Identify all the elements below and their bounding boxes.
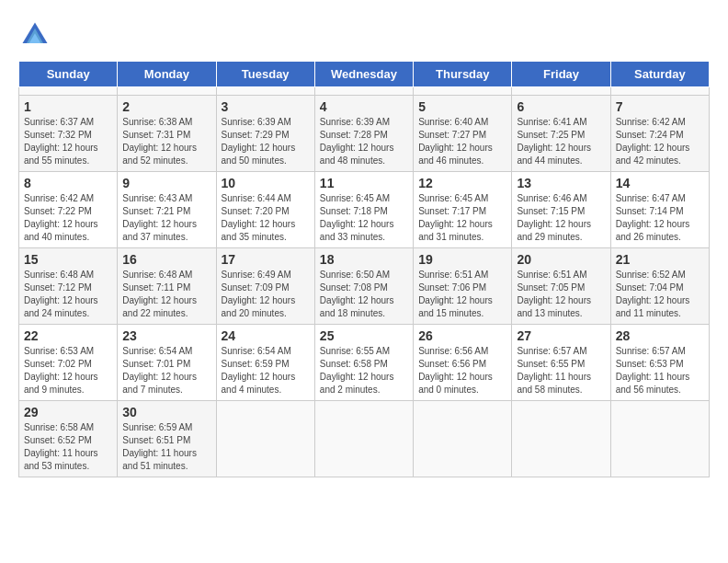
day-number: 9	[122, 176, 210, 190]
day-of-week-header: Thursday	[414, 62, 512, 87]
calendar-cell	[512, 401, 610, 477]
day-info: Sunrise: 6:45 AMSunset: 7:17 PMDaylight:…	[418, 192, 506, 244]
calendar-week-row: 8 Sunrise: 6:42 AMSunset: 7:22 PMDayligh…	[19, 172, 710, 248]
calendar-cell: 23 Sunrise: 6:54 AMSunset: 7:01 PMDaylig…	[118, 325, 216, 401]
day-info: Sunrise: 6:39 AMSunset: 7:29 PMDaylight:…	[222, 116, 310, 167]
calendar-cell: 10 Sunrise: 6:44 AMSunset: 7:20 PMDaylig…	[216, 172, 314, 248]
calendar-cell: 2 Sunrise: 6:38 AMSunset: 7:31 PMDayligh…	[118, 96, 216, 172]
calendar-cell: 14 Sunrise: 6:47 AMSunset: 7:14 PMDaylig…	[610, 172, 709, 248]
calendar-cell: 30 Sunrise: 6:59 AMSunset: 6:51 PMDaylig…	[118, 401, 216, 477]
day-info: Sunrise: 6:46 AMSunset: 7:15 PMDaylight:…	[517, 192, 605, 244]
calendar-cell: 13 Sunrise: 6:46 AMSunset: 7:15 PMDaylig…	[512, 172, 610, 248]
day-number: 7	[616, 99, 704, 114]
day-number: 14	[616, 176, 704, 190]
day-number: 12	[418, 176, 506, 190]
calendar-cell: 19 Sunrise: 6:51 AMSunset: 7:06 PMDaylig…	[414, 248, 512, 325]
day-info: Sunrise: 6:58 AMSunset: 6:52 PMDaylight:…	[24, 421, 112, 473]
calendar-cell	[414, 401, 512, 477]
day-of-week-header: Tuesday	[216, 62, 314, 87]
day-info: Sunrise: 6:54 AMSunset: 7:01 PMDaylight:…	[122, 345, 210, 396]
day-info: Sunrise: 6:45 AMSunset: 7:18 PMDaylight:…	[320, 192, 408, 244]
day-info: Sunrise: 6:56 AMSunset: 6:56 PMDaylight:…	[418, 345, 506, 396]
logo	[18, 18, 55, 52]
calendar-cell: 8 Sunrise: 6:42 AMSunset: 7:22 PMDayligh…	[19, 172, 118, 248]
day-number: 22	[24, 328, 112, 343]
day-number: 4	[320, 99, 408, 114]
day-info: Sunrise: 6:53 AMSunset: 7:02 PMDaylight:…	[24, 345, 112, 396]
day-info: Sunrise: 6:47 AMSunset: 7:14 PMDaylight:…	[616, 192, 704, 244]
calendar-cell	[118, 87, 216, 96]
calendar-cell: 3 Sunrise: 6:39 AMSunset: 7:29 PMDayligh…	[216, 96, 314, 172]
calendar-cell: 21 Sunrise: 6:52 AMSunset: 7:04 PMDaylig…	[610, 248, 709, 325]
calendar-week-row: 15 Sunrise: 6:48 AMSunset: 7:12 PMDaylig…	[19, 248, 710, 325]
calendar-week-row: 29 Sunrise: 6:58 AMSunset: 6:52 PMDaylig…	[19, 401, 710, 477]
calendar-cell	[314, 87, 413, 96]
calendar-cell	[512, 87, 610, 96]
calendar-cell: 17 Sunrise: 6:49 AMSunset: 7:09 PMDaylig…	[216, 248, 314, 325]
calendar-table: SundayMondayTuesdayWednesdayThursdayFrid…	[18, 61, 710, 477]
day-number: 27	[517, 328, 605, 343]
day-number: 10	[222, 176, 310, 190]
calendar-cell: 6 Sunrise: 6:41 AMSunset: 7:25 PMDayligh…	[512, 96, 610, 172]
day-info: Sunrise: 6:42 AMSunset: 7:22 PMDaylight:…	[24, 192, 112, 244]
calendar-week-row	[19, 87, 710, 96]
calendar-cell: 4 Sunrise: 6:39 AMSunset: 7:28 PMDayligh…	[314, 96, 413, 172]
day-info: Sunrise: 6:57 AMSunset: 6:53 PMDaylight:…	[616, 345, 704, 396]
calendar-cell: 11 Sunrise: 6:45 AMSunset: 7:18 PMDaylig…	[314, 172, 413, 248]
day-of-week-header: Friday	[512, 62, 610, 87]
day-info: Sunrise: 6:51 AMSunset: 7:05 PMDaylight:…	[517, 269, 605, 320]
calendar-header-row: SundayMondayTuesdayWednesdayThursdayFrid…	[19, 62, 710, 87]
calendar-cell: 20 Sunrise: 6:51 AMSunset: 7:05 PMDaylig…	[512, 248, 610, 325]
day-info: Sunrise: 6:54 AMSunset: 6:59 PMDaylight:…	[222, 345, 310, 396]
calendar-cell	[314, 401, 413, 477]
day-info: Sunrise: 6:39 AMSunset: 7:28 PMDaylight:…	[320, 116, 408, 167]
calendar-cell: 26 Sunrise: 6:56 AMSunset: 6:56 PMDaylig…	[414, 325, 512, 401]
calendar-cell: 18 Sunrise: 6:50 AMSunset: 7:08 PMDaylig…	[314, 248, 413, 325]
day-info: Sunrise: 6:43 AMSunset: 7:21 PMDaylight:…	[122, 192, 210, 244]
calendar-cell: 24 Sunrise: 6:54 AMSunset: 6:59 PMDaylig…	[216, 325, 314, 401]
calendar-cell: 12 Sunrise: 6:45 AMSunset: 7:17 PMDaylig…	[414, 172, 512, 248]
day-number: 26	[418, 328, 506, 343]
calendar-cell: 29 Sunrise: 6:58 AMSunset: 6:52 PMDaylig…	[19, 401, 118, 477]
day-info: Sunrise: 6:50 AMSunset: 7:08 PMDaylight:…	[320, 269, 408, 320]
day-number: 1	[24, 99, 112, 114]
day-info: Sunrise: 6:44 AMSunset: 7:20 PMDaylight:…	[222, 192, 310, 244]
day-info: Sunrise: 6:48 AMSunset: 7:12 PMDaylight:…	[24, 269, 112, 320]
calendar-week-row: 1 Sunrise: 6:37 AMSunset: 7:32 PMDayligh…	[19, 96, 710, 172]
day-info: Sunrise: 6:42 AMSunset: 7:24 PMDaylight:…	[616, 116, 704, 167]
calendar-cell: 5 Sunrise: 6:40 AMSunset: 7:27 PMDayligh…	[414, 96, 512, 172]
day-number: 21	[616, 252, 704, 267]
day-number: 16	[122, 252, 210, 267]
day-info: Sunrise: 6:51 AMSunset: 7:06 PMDaylight:…	[418, 269, 506, 320]
day-of-week-header: Sunday	[19, 62, 118, 87]
day-of-week-header: Monday	[118, 62, 216, 87]
day-info: Sunrise: 6:40 AMSunset: 7:27 PMDaylight:…	[418, 116, 506, 167]
day-number: 11	[320, 176, 408, 190]
calendar-cell: 9 Sunrise: 6:43 AMSunset: 7:21 PMDayligh…	[118, 172, 216, 248]
day-info: Sunrise: 6:49 AMSunset: 7:09 PMDaylight:…	[222, 269, 310, 320]
day-info: Sunrise: 6:37 AMSunset: 7:32 PMDaylight:…	[24, 116, 112, 167]
day-number: 20	[517, 252, 605, 267]
day-number: 30	[122, 405, 210, 419]
day-info: Sunrise: 6:48 AMSunset: 7:11 PMDaylight:…	[122, 269, 210, 320]
calendar-cell: 7 Sunrise: 6:42 AMSunset: 7:24 PMDayligh…	[610, 96, 709, 172]
calendar-cell	[19, 87, 118, 96]
day-number: 17	[222, 252, 310, 267]
calendar-cell	[610, 401, 709, 477]
logo-icon	[18, 18, 51, 52]
day-of-week-header: Saturday	[610, 62, 709, 87]
day-of-week-header: Wednesday	[314, 62, 413, 87]
header	[18, 18, 710, 52]
day-info: Sunrise: 6:41 AMSunset: 7:25 PMDaylight:…	[517, 116, 605, 167]
day-number: 28	[616, 328, 704, 343]
day-number: 13	[517, 176, 605, 190]
day-number: 15	[24, 252, 112, 267]
calendar-cell: 15 Sunrise: 6:48 AMSunset: 7:12 PMDaylig…	[19, 248, 118, 325]
calendar-cell: 16 Sunrise: 6:48 AMSunset: 7:11 PMDaylig…	[118, 248, 216, 325]
calendar-cell: 22 Sunrise: 6:53 AMSunset: 7:02 PMDaylig…	[19, 325, 118, 401]
calendar-cell	[216, 87, 314, 96]
day-number: 5	[418, 99, 506, 114]
day-number: 3	[222, 99, 310, 114]
calendar-cell: 25 Sunrise: 6:55 AMSunset: 6:58 PMDaylig…	[314, 325, 413, 401]
day-info: Sunrise: 6:55 AMSunset: 6:58 PMDaylight:…	[320, 345, 408, 396]
